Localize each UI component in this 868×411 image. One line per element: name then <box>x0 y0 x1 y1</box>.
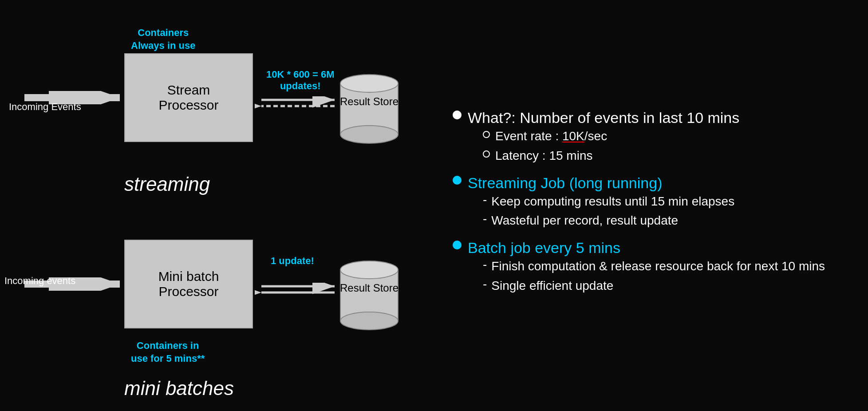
minibatch-processor-box: Mini batch Processor <box>124 240 253 328</box>
double-arrow-svg-mini <box>255 283 341 296</box>
containers-always-label: Containers Always in use <box>131 27 196 52</box>
containers-in-label: Containers in use for 5 mins** <box>131 340 205 365</box>
result-store-stream-label: Result Store <box>338 95 400 108</box>
dash-text-finish: Finish computation & release resource ba… <box>491 257 825 275</box>
bullet-3-content: Batch job every 5 mins - Finish computat… <box>468 238 825 298</box>
stream-processor-box: Stream Processor <box>124 53 253 142</box>
mini-batches-section-label: mini batches <box>124 377 234 399</box>
bullet-1-text: What?: Number of events in last 10 mins <box>468 108 739 127</box>
dash-char-1: - <box>483 193 487 207</box>
dash-text-keep: Keep computing results until 15 min elap… <box>491 193 734 210</box>
right-panel: What?: Number of events in last 10 mins … <box>435 0 868 411</box>
dash-text-wasteful: Wasteful per record, result update <box>491 212 678 229</box>
cylinder-svg-stream <box>338 71 400 146</box>
sub-bullet-open-1 <box>483 131 490 138</box>
dash-item-finish: - Finish computation & release resource … <box>483 257 825 275</box>
bullet-1: What?: Number of events in last 10 mins … <box>453 108 850 168</box>
sub-item-event-rate: Event rate : 10K/sec <box>483 127 739 145</box>
dash-char-2: - <box>483 212 487 226</box>
double-arrow-svg <box>255 96 341 110</box>
bullet-2-text: Streaming Job (long running) <box>468 173 734 193</box>
result-store-mini: Result Store <box>338 257 400 335</box>
bullet-2: Streaming Job (long running) - Keep comp… <box>453 173 850 233</box>
cylinder-svg-mini <box>338 257 400 333</box>
dash-item-single: - Single efficient update <box>483 277 825 294</box>
dash-text-single: Single efficient update <box>491 277 613 294</box>
result-store-mini-label: Result Store <box>338 282 400 294</box>
double-arrow-mini <box>255 283 341 296</box>
one-update-label: 1 update! <box>271 255 314 267</box>
sub-bullet-open-2 <box>483 150 490 158</box>
bullet-2-sublist: - Keep computing results until 15 min el… <box>483 193 734 229</box>
bullet-3-sublist: - Finish computation & release resource … <box>483 257 825 294</box>
bullet-dot-1 <box>453 111 462 119</box>
incoming-events-label-stream: Incoming Events <box>9 101 81 113</box>
stream-processor-label: Stream Processor <box>158 83 218 113</box>
bullet-2-content: Streaming Job (long running) - Keep comp… <box>468 173 734 233</box>
bullet-dot-2 <box>453 176 462 185</box>
incoming-events-label-mini: Incoming events <box>4 274 75 288</box>
bullet-1-sublist: Event rate : 10K/sec Latency : 15 mins <box>483 127 739 164</box>
svg-point-8 <box>340 126 398 143</box>
bullet-3: Batch job every 5 mins - Finish computat… <box>453 238 850 298</box>
sub-text-latency: Latency : 15 mins <box>495 147 592 164</box>
dash-char-4: - <box>483 277 487 291</box>
svg-point-16 <box>340 261 398 279</box>
left-panel: Containers Always in use Stream Processo… <box>0 0 435 411</box>
sub-text-event-rate: Event rate : 10K/sec <box>495 127 607 145</box>
bullet-1-content: What?: Number of events in last 10 mins … <box>468 108 739 168</box>
svg-point-17 <box>340 312 398 330</box>
result-store-stream: Result Store <box>338 71 400 148</box>
bullet-dot-3 <box>453 241 462 249</box>
streaming-section: Containers Always in use Stream Processo… <box>0 27 435 200</box>
dash-item-keep: - Keep computing results until 15 min el… <box>483 193 734 210</box>
minibatch-processor-label: Mini batch Processor <box>158 269 219 299</box>
double-arrow-streaming <box>255 96 341 110</box>
sub-item-latency: Latency : 15 mins <box>483 147 739 164</box>
svg-point-7 <box>340 75 398 92</box>
updates-label: 10K * 600 = 6M updates! <box>266 69 334 92</box>
event-rate-value: 10K <box>562 129 584 143</box>
bullet-3-text: Batch job every 5 mins <box>468 238 825 257</box>
dash-char-3: - <box>483 257 487 272</box>
minibatch-section: Incoming events Mini batch Processor 1 u… <box>0 213 435 399</box>
streaming-section-label: streaming <box>124 173 210 195</box>
dash-item-wasteful: - Wasteful per record, result update <box>483 212 734 229</box>
